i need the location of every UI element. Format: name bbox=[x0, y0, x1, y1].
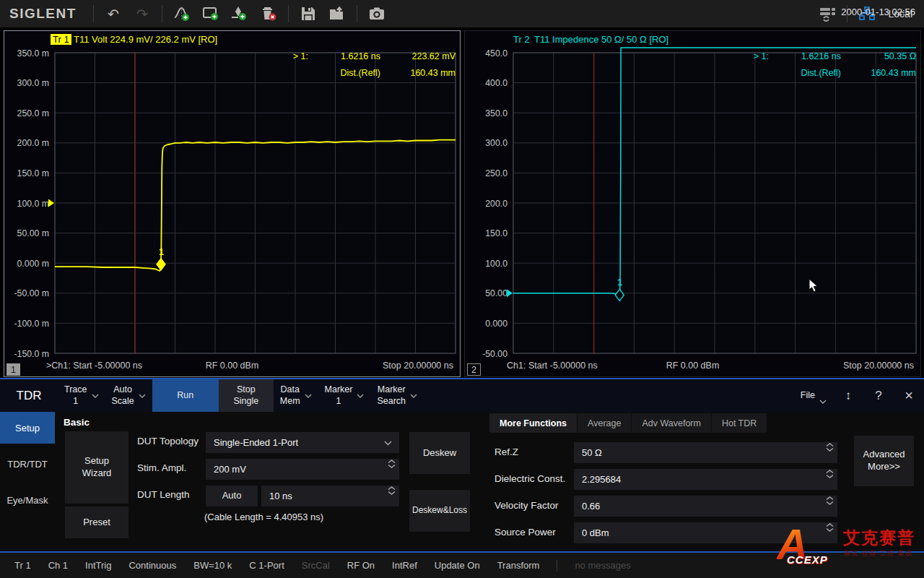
marker-readout-dist-label: Dist.(Refl) bbox=[308, 65, 380, 82]
menu-item-marker-1[interactable]: Marker 1 bbox=[318, 379, 371, 412]
menu-item-stop-single[interactable]: Stop Single bbox=[219, 379, 274, 412]
add-marker-icon[interactable] bbox=[225, 2, 254, 25]
redo-icon[interactable]: ↷ bbox=[128, 2, 157, 25]
open-icon[interactable] bbox=[323, 2, 352, 25]
add-trace-icon[interactable] bbox=[167, 2, 196, 25]
svg-text:100.0 m: 100.0 m bbox=[17, 199, 49, 209]
svg-text:300.0 m: 300.0 m bbox=[17, 78, 49, 88]
status-ch-1[interactable]: Ch 1 bbox=[48, 560, 68, 571]
stop-time-label: Stop 20.00000 ns bbox=[383, 361, 453, 371]
chevron-down-icon bbox=[357, 390, 364, 402]
marker-readout-time: 1.6216 ns bbox=[769, 48, 841, 65]
status-items: Tr 1Ch 1IntTrigContinuousBW=10 kC 1-Port… bbox=[14, 560, 539, 571]
svg-text:-50.00 m: -50.00 m bbox=[14, 288, 49, 298]
mouse-cursor bbox=[808, 279, 821, 296]
sidebar-tab-eye-mask[interactable]: Eye/Mask bbox=[0, 484, 55, 516]
menu-item-auto-scale[interactable]: Auto Scale bbox=[105, 379, 152, 412]
tab-hot-tdr[interactable]: Hot TDR bbox=[712, 413, 767, 433]
svg-text:50.00: 50.00 bbox=[485, 288, 507, 298]
dut-topology-label: DUT Topology bbox=[137, 436, 199, 447]
spinner-arrows[interactable] bbox=[826, 496, 834, 505]
dut-length-auto-button[interactable]: Auto bbox=[206, 486, 258, 506]
svg-text:250.0: 250.0 bbox=[485, 168, 507, 178]
close-icon[interactable]: × bbox=[894, 379, 924, 412]
trace2-badge[interactable]: Tr 2 bbox=[511, 34, 532, 45]
help-icon[interactable]: ? bbox=[863, 379, 894, 412]
tab-more-functions[interactable]: More Functions bbox=[489, 413, 578, 433]
deskew-button[interactable]: Deskew bbox=[409, 432, 470, 474]
advanced-more-button[interactable]: Advanced More>> bbox=[854, 436, 914, 486]
status-rf-on[interactable]: RF On bbox=[347, 560, 375, 571]
file-menu[interactable]: File bbox=[794, 379, 833, 412]
resize-panel-icon[interactable]: ↕ bbox=[833, 379, 863, 412]
cable-length-note: (Cable Length = 4.40953 ns) bbox=[204, 512, 323, 522]
spinner-arrows[interactable] bbox=[826, 470, 834, 478]
menu-item-run[interactable]: Run bbox=[152, 379, 219, 412]
chevron-down-icon bbox=[410, 390, 417, 402]
field-input-velocity-factor[interactable]: 0.66 bbox=[574, 496, 837, 517]
menu-item-marker-search[interactable]: Marker Search bbox=[370, 379, 424, 412]
add-window-icon[interactable] bbox=[196, 2, 225, 25]
trace-window-2[interactable]: 450.0400.0350.0300.0250.0200.0150.0100.0… bbox=[464, 30, 921, 377]
sidebar-tab-tdr-tdt[interactable]: TDR/TDT bbox=[0, 448, 55, 480]
stim-ampl-input[interactable]: 200 mV bbox=[206, 459, 399, 480]
trace-window-1[interactable]: 350.0 m300.0 m250.0 m200.0 m150.0 m100.0… bbox=[4, 30, 461, 377]
status-bw-10-k[interactable]: BW=10 k bbox=[193, 560, 232, 571]
status-continuous[interactable]: Continuous bbox=[128, 560, 176, 571]
trace2-title: T11 Impedence 50 Ω/ 50 Ω [RO] bbox=[534, 34, 668, 45]
window1-number-badge[interactable]: 1 bbox=[6, 363, 20, 376]
marker-readout-prefix: > 1: bbox=[261, 48, 308, 65]
dut-length-input[interactable]: 10 ns bbox=[261, 486, 399, 506]
window1-footer: >Ch1: Start -5.00000 ns RF 0.00 dBm Stop… bbox=[4, 361, 460, 375]
chevron-down-icon bbox=[819, 384, 827, 407]
delete-icon[interactable] bbox=[254, 2, 283, 25]
svg-text:0.000: 0.000 bbox=[485, 319, 507, 329]
window2-number-badge[interactable]: 2 bbox=[467, 363, 481, 376]
marker-readout-dist-label: Dist.(Refl) bbox=[769, 65, 841, 82]
tab-average[interactable]: Average bbox=[578, 413, 632, 433]
trace1-badge[interactable]: Tr 1 bbox=[51, 34, 71, 45]
status-c-1-port[interactable]: C 1-Port bbox=[249, 560, 284, 571]
status-tr-1[interactable]: Tr 1 bbox=[14, 560, 31, 571]
spinner-arrows[interactable] bbox=[826, 443, 834, 452]
sidebar-tab-setup[interactable]: Setup bbox=[0, 412, 55, 444]
marker-readout-dist-value: 160.43 mm bbox=[841, 65, 916, 82]
tab-adv-waveform[interactable]: Adv Waveform bbox=[632, 413, 712, 433]
field-label-ref-z: Ref.Z bbox=[494, 447, 518, 457]
svg-text:1: 1 bbox=[159, 247, 164, 257]
status-update-on[interactable]: Update On bbox=[435, 560, 480, 571]
status-inttrig[interactable]: IntTrig bbox=[85, 560, 111, 571]
screenshot-icon[interactable] bbox=[362, 2, 391, 25]
dut-topology-select[interactable]: Single-Ended 1-Port bbox=[206, 432, 399, 453]
more-functions-tabs: More FunctionsAverageAdv WaveformHot TDR bbox=[489, 413, 767, 433]
svg-text:200.0 m: 200.0 m bbox=[17, 138, 49, 148]
field-label-velocity-factor: Velocity Factor bbox=[494, 500, 559, 511]
preset-button[interactable]: Preset bbox=[65, 506, 128, 538]
menu-item-trace-1[interactable]: Trace 1 bbox=[58, 379, 105, 412]
status-intref[interactable]: IntRef bbox=[392, 560, 417, 571]
save-icon[interactable] bbox=[294, 2, 323, 25]
system-settings-icon[interactable] bbox=[813, 2, 842, 25]
toolbar-divider bbox=[93, 5, 94, 22]
undo-icon[interactable]: ↶ bbox=[99, 2, 128, 25]
toolbar-divider bbox=[288, 5, 289, 22]
status-srccal[interactable]: SrcCal bbox=[302, 560, 330, 571]
tdr-impedance-chart: 450.0400.0350.0300.0250.0200.0150.0100.0… bbox=[465, 31, 920, 376]
top-toolbar: SIGLENT ↶ ↷ bbox=[0, 0, 924, 27]
field-label-dielectric-const-: Dielectric Const. bbox=[494, 473, 565, 484]
field-input-ref-z[interactable]: 50 Ω bbox=[574, 442, 837, 463]
field-input-source-power[interactable]: 0 dBm bbox=[574, 522, 837, 543]
status-transform[interactable]: Transform bbox=[497, 560, 540, 571]
chevron-down-icon bbox=[305, 390, 312, 402]
status-divider bbox=[557, 560, 557, 571]
setup-wizard-button[interactable]: Setup Wizard bbox=[65, 431, 128, 504]
menu-item-data-mem[interactable]: Data Mem bbox=[274, 379, 318, 412]
spinner-arrows[interactable] bbox=[826, 523, 834, 532]
field-input-dielectric-const-[interactable]: 2.295684 bbox=[574, 469, 837, 490]
svg-text:50.00 m: 50.00 m bbox=[17, 228, 49, 238]
spinner-arrows[interactable] bbox=[388, 460, 396, 468]
deskew-loss-button[interactable]: Deskew&Loss bbox=[409, 490, 470, 532]
menu-right-group: File ↕ ? × bbox=[794, 379, 924, 412]
spinner-arrows[interactable] bbox=[388, 486, 396, 495]
status-message: no messages bbox=[575, 560, 630, 571]
